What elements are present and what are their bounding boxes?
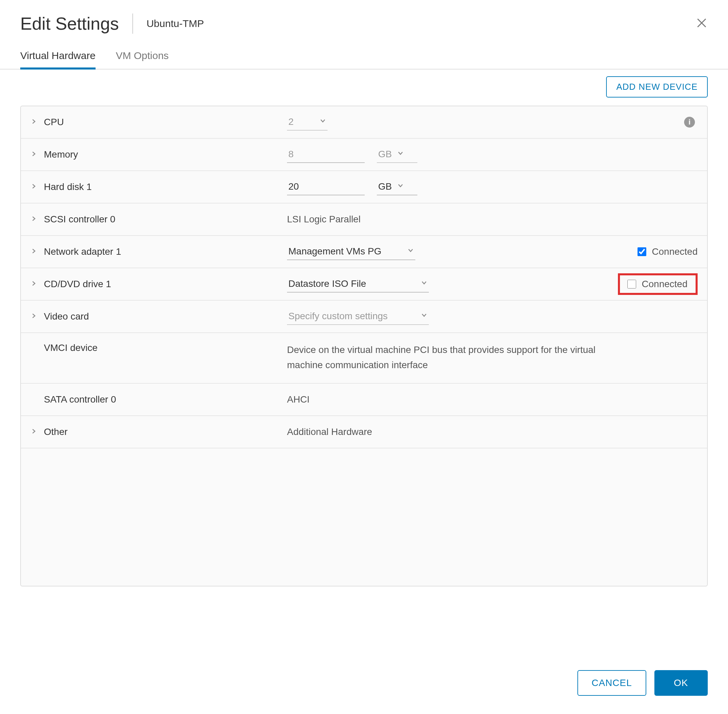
expand-other-icon[interactable] <box>30 427 44 436</box>
memory-unit: GB <box>378 149 392 160</box>
edit-settings-dialog: Edit Settings Ubuntu-TMP Virtual Hardwar… <box>0 0 728 714</box>
expand-video-icon[interactable] <box>30 312 44 321</box>
cd-dvd-connected-checkbox[interactable] <box>627 280 636 288</box>
chevron-down-icon <box>319 117 326 126</box>
row-vmci: VMCI device Device on the virtual machin… <box>21 333 707 384</box>
sata-value: AHCI <box>287 394 698 405</box>
hard-disk-value-cell: GB <box>287 178 698 195</box>
row-cpu: CPU 2 i <box>21 106 707 139</box>
other-label: Other <box>44 426 287 437</box>
close-icon[interactable] <box>696 17 708 31</box>
row-network: Network adapter 1 Management VMs PG Conn… <box>21 236 707 268</box>
hard-disk-label: Hard disk 1 <box>44 182 287 192</box>
other-value: Additional Hardware <box>287 426 698 437</box>
expand-cpu-icon[interactable] <box>30 117 44 127</box>
row-sata: SATA controller 0 AHCI <box>21 384 707 416</box>
hardware-panel: CPU 2 i Memory GB <box>20 106 708 586</box>
cpu-select[interactable]: 2 <box>287 114 328 130</box>
network-connected-checkbox[interactable] <box>638 248 646 256</box>
chevron-down-icon <box>397 150 404 159</box>
chevron-down-icon <box>421 279 427 288</box>
dialog-subtitle: Ubuntu-TMP <box>133 18 204 29</box>
row-other: Other Additional Hardware <box>21 416 707 448</box>
toolbar: ADD NEW DEVICE <box>0 69 728 106</box>
network-connected-label: Connected <box>652 246 698 257</box>
ok-button[interactable]: OK <box>654 670 708 696</box>
row-scsi: SCSI controller 0 LSI Logic Parallel <box>21 204 707 236</box>
video-label: Video card <box>44 311 287 322</box>
network-label: Network adapter 1 <box>44 246 287 257</box>
info-icon[interactable]: i <box>684 117 695 128</box>
cancel-button[interactable]: CANCEL <box>578 670 646 696</box>
video-select[interactable]: Specify custom settings <box>287 308 429 325</box>
tab-bar: Virtual Hardware VM Options <box>0 44 728 69</box>
expand-memory-icon[interactable] <box>30 150 44 159</box>
row-video: Video card Specify custom settings <box>21 301 707 333</box>
tab-vm-options[interactable]: VM Options <box>116 44 169 69</box>
network-select[interactable]: Management VMs PG <box>287 243 415 260</box>
vmci-label: VMCI device <box>44 342 287 353</box>
video-value: Specify custom settings <box>288 311 388 322</box>
scsi-value: LSI Logic Parallel <box>287 214 698 225</box>
dialog-header: Edit Settings Ubuntu-TMP <box>0 0 728 44</box>
expand-cd-dvd-icon[interactable] <box>30 279 44 289</box>
memory-unit-select[interactable]: GB <box>377 146 417 163</box>
cd-dvd-select[interactable]: Datastore ISO File <box>287 276 429 292</box>
chevron-down-icon <box>397 182 404 191</box>
chevron-down-icon <box>421 312 427 321</box>
cd-dvd-connected-label: Connected <box>642 279 687 290</box>
expand-hard-disk-icon[interactable] <box>30 182 44 192</box>
row-cd-dvd: CD/DVD drive 1 Datastore ISO File Connec… <box>21 268 707 301</box>
hard-disk-unit: GB <box>378 181 392 192</box>
vmci-value: Device on the virtual machine PCI bus th… <box>287 342 625 373</box>
cd-dvd-value: Datastore ISO File <box>288 278 366 289</box>
memory-input[interactable] <box>287 146 365 163</box>
cpu-value: 2 <box>288 116 294 127</box>
network-value: Management VMs PG <box>288 246 381 257</box>
dialog-title: Edit Settings <box>20 14 133 34</box>
memory-label: Memory <box>44 149 287 160</box>
row-memory: Memory GB <box>21 139 707 171</box>
sata-label: SATA controller 0 <box>44 394 287 405</box>
expand-scsi-icon[interactable] <box>30 214 44 224</box>
cpu-value-cell: 2 <box>287 114 698 130</box>
hard-disk-unit-select[interactable]: GB <box>377 178 417 195</box>
scsi-label: SCSI controller 0 <box>44 214 287 225</box>
hard-disk-input[interactable] <box>287 178 365 195</box>
memory-value-cell: GB <box>287 146 698 163</box>
add-new-device-button[interactable]: ADD NEW DEVICE <box>606 76 708 98</box>
row-hard-disk: Hard disk 1 GB <box>21 171 707 204</box>
video-value-cell: Specify custom settings <box>287 308 698 325</box>
chevron-down-icon <box>407 247 414 256</box>
cpu-label: CPU <box>44 117 287 128</box>
cd-dvd-connected-box: Connected <box>618 273 698 295</box>
network-connected-box: Connected <box>636 246 698 257</box>
tab-virtual-hardware[interactable]: Virtual Hardware <box>20 44 96 69</box>
vmci-value-cell: Device on the virtual machine PCI bus th… <box>287 342 698 373</box>
dialog-footer: CANCEL OK <box>578 670 708 696</box>
cd-dvd-label: CD/DVD drive 1 <box>44 279 287 290</box>
expand-network-icon[interactable] <box>30 247 44 256</box>
